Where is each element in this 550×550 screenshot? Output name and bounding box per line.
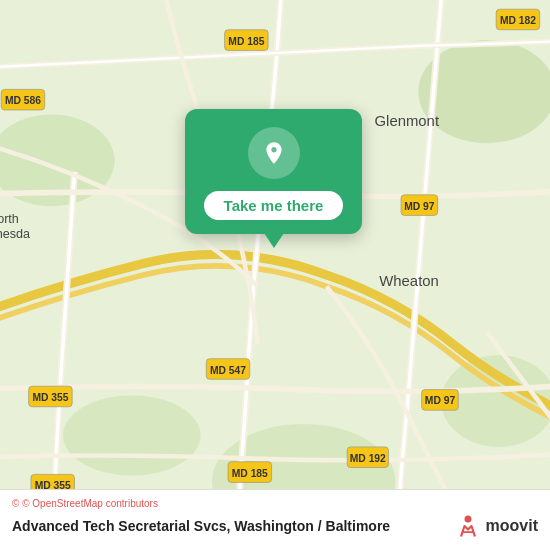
map-background: MD 182 MD 185 MD 586 MD 97 MD 547 MD 97 … <box>0 0 550 550</box>
svg-point-34 <box>464 516 471 523</box>
moovit-logo: moovit <box>454 512 538 540</box>
location-pin-icon <box>261 140 287 166</box>
svg-text:North: North <box>0 212 19 226</box>
svg-text:MD 97: MD 97 <box>425 395 456 406</box>
svg-text:Glenmont: Glenmont <box>375 113 440 129</box>
place-info-row: Advanced Tech Secretarial Svcs, Washingt… <box>12 512 538 540</box>
copyright-symbol: © <box>12 498 19 509</box>
place-name: Advanced Tech Secretarial Svcs, Washingt… <box>12 518 390 534</box>
svg-point-5 <box>63 395 201 475</box>
take-me-there-button[interactable]: Take me there <box>204 191 344 220</box>
attribution-text: © OpenStreetMap contributors <box>22 498 158 509</box>
svg-text:Bethesda: Bethesda <box>0 227 30 241</box>
moovit-icon <box>454 512 482 540</box>
svg-text:MD 182: MD 182 <box>500 15 536 26</box>
map-container: MD 182 MD 185 MD 586 MD 97 MD 547 MD 97 … <box>0 0 550 550</box>
svg-text:MD 185: MD 185 <box>228 36 264 47</box>
moovit-text: moovit <box>486 517 538 535</box>
svg-text:MD 547: MD 547 <box>210 365 246 376</box>
location-icon-circle <box>248 127 300 179</box>
svg-text:Wheaton: Wheaton <box>379 273 439 289</box>
svg-text:MD 355: MD 355 <box>32 392 68 403</box>
svg-text:MD 586: MD 586 <box>5 95 41 106</box>
bottom-bar: © © OpenStreetMap contributors Advanced … <box>0 489 550 550</box>
location-popup: Take me there <box>185 109 362 234</box>
svg-text:MD 185: MD 185 <box>232 468 268 479</box>
svg-text:MD 97: MD 97 <box>404 201 435 212</box>
svg-text:MD 192: MD 192 <box>350 453 386 464</box>
map-attribution: © © OpenStreetMap contributors <box>12 498 538 509</box>
